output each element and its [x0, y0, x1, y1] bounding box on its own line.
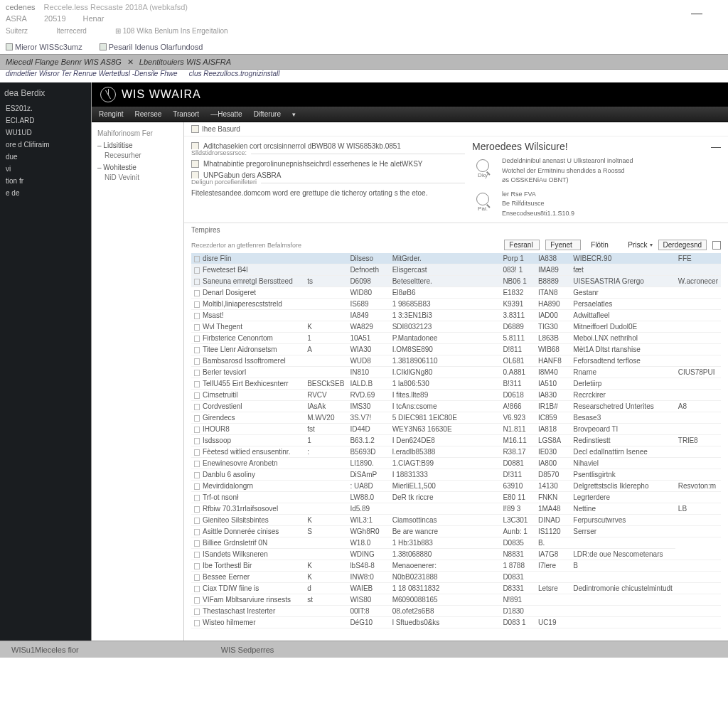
cell: 08.ofet2s6B8	[390, 606, 460, 617]
cell: 1MA48	[535, 503, 570, 515]
menu-item-3[interactable]: Transort	[173, 110, 199, 118]
link-1[interactable]: dimdetfier Wisror Ter Renrue Wertetlusl …	[6, 70, 178, 82]
cell: 10A51	[347, 333, 389, 344]
table-row[interactable]: Wisteo hilmemerDéG10l Sftuedbs0&ksD083 1…	[191, 617, 721, 628]
table-row[interactable]: Asittle Donnerée cinisesSWGh8R0Be are wa…	[191, 526, 721, 537]
search-tool[interactable]: Dky	[472, 159, 493, 186]
cell: IE030	[535, 446, 570, 458]
sidebar-item-7[interactable]: e de	[4, 187, 87, 199]
table-row[interactable]: Titee Llenr AidronsetsmAWIA30I.OM8SE890D…	[191, 344, 721, 355]
cell: HA890	[535, 299, 570, 310]
table-row[interactable]: Bessee EernerKINW8:0N0bB0231888D0831	[191, 572, 721, 583]
sidebar-item-6[interactable]: tion fr	[4, 175, 87, 187]
user-tool[interactable]: Pai.	[472, 193, 493, 219]
sidebar-item-2[interactable]: WU1UD	[4, 127, 87, 139]
row-icon	[194, 529, 200, 535]
table-row[interactable]: Ibe Torthestl BirKlbS48-8Menaoenerer:1 8…	[191, 560, 721, 572]
table-row[interactable]: Saneuna emretgl BersstteedtsD6098Betesel…	[191, 276, 721, 287]
sidebar-item-5[interactable]: vi	[4, 163, 87, 175]
brand-bar: WIS WWAIRA	[92, 82, 728, 107]
nav-sub-2[interactable]: NiD Vevinit	[97, 173, 178, 181]
table-row[interactable]: CordvestienlIAsAkIMS30I tcAns:csomeA!866…	[191, 401, 721, 412]
table-row[interactable]: Trf-ot nsonłLW88.0DeR tk riccreE80 11FNK…	[191, 492, 721, 503]
cell: Bessee Eerner	[191, 572, 304, 583]
cell: Thestaschast Iresterter	[191, 606, 304, 617]
table-row[interactable]: VIFam Mbltsarviure rinsestsstWIS80M60900…	[191, 594, 721, 606]
table-row[interactable]: IHOUR8fstID44DWEY3N63 16630EN1.811IA818B…	[191, 424, 721, 435]
table-row[interactable]: Bambsarosd IssoftromerelWUD81.3818906110…	[191, 355, 721, 367]
cell: D0831	[500, 572, 535, 583]
panel-minimize-icon[interactable]: —	[711, 141, 721, 152]
filter-2[interactable]: Fyenet	[545, 240, 581, 250]
cell: WIS80	[347, 594, 389, 606]
cell: WDING	[347, 549, 389, 560]
filter-1[interactable]: Fesranl	[504, 240, 540, 250]
cell: TIG30	[535, 321, 570, 333]
cell: 083! 1	[500, 264, 535, 276]
nav-group-1[interactable]: – Lidsititise	[97, 141, 178, 149]
table-row[interactable]: Feweteset B4lDefnoethElisgercast083! 1IM…	[191, 264, 721, 276]
table-row[interactable]: Fèetesd witlied ensusentinr.: B5693Dl.er…	[191, 446, 721, 458]
cell	[675, 572, 721, 583]
menu-caret-icon[interactable]: ▾	[292, 111, 296, 118]
table-row[interactable]: Berler tevsiorlIN810I.CIkllGNg800.A881I8…	[191, 367, 721, 378]
checkbox[interactable]	[712, 241, 721, 250]
cell	[675, 355, 721, 367]
table-row[interactable]: Thestaschast Iresterter00IT:808.ofet2s6B…	[191, 606, 721, 617]
sidebar-item-3[interactable]: ore d Clifiraim	[4, 139, 87, 151]
menu-item-4[interactable]: —Hesatte	[210, 110, 242, 118]
row-icon	[194, 597, 200, 604]
table-row[interactable]: Moltibl,liniaperescststreldIS6891 98685B…	[191, 299, 721, 310]
table-row[interactable]: Msast!IA8491 3:3EN1Bi33.8311IAD00Adwitta…	[191, 310, 721, 321]
cell: 1 18 08311832	[390, 583, 460, 594]
cell: ITAN8	[535, 287, 570, 299]
table-row[interactable]: Gieniteo SilsitsbintesKWIL3:1Ciamsottinc…	[191, 515, 721, 526]
cell: I.OM8SE890	[390, 344, 460, 355]
sidebar-item-1[interactable]: ECI.ARD	[4, 114, 87, 127]
table-row[interactable]: Isdssoop1B63.1.2I Den624DE8M16.11LGS8ARe…	[191, 435, 721, 446]
filter-3[interactable]: Flötin	[587, 240, 622, 250]
cell: D6889	[500, 321, 535, 333]
titlebar-text-b: Lbentitouiers WIS AISFRA	[139, 58, 231, 66]
info-line-2a: ler Rse FVA	[502, 190, 574, 200]
cell: K9391	[500, 299, 535, 310]
table-row[interactable]: Rfbiw 70.31rrlaifsosovelId5.89I!89 31MA4…	[191, 503, 721, 515]
table-row[interactable]: GirendecsM.WV203S.V7!5 DIEC981 1ElC80EV6…	[191, 412, 721, 424]
table-row[interactable]: Ciax TDIW fiine isdWAIEB1 18 08311832D83…	[191, 583, 721, 594]
row-icon	[194, 392, 200, 399]
window-minimize[interactable]: —	[691, 7, 702, 20]
tab-2[interactable]: Pesaril Idenus Olarfundosd	[100, 43, 203, 51]
menu-item-5[interactable]: Difterure	[254, 110, 281, 118]
table-row[interactable]: Denarl DosigeretWID80El8øB6E1832ITAN8Ges…	[191, 287, 721, 299]
table-row[interactable]: Enewinesovre AronbetnLI1890.1.CIAGT:B99D…	[191, 458, 721, 469]
doc-icon	[6, 43, 13, 50]
meta-henar: Henar	[83, 14, 105, 27]
link-2[interactable]: clus Reezullocs.trognizinstall	[189, 70, 280, 82]
cell: 3.8311	[500, 310, 535, 321]
menu-item-2[interactable]: Reersee	[134, 110, 161, 118]
cell: S	[304, 526, 347, 537]
sort-button[interactable]: Prisck▾	[628, 241, 652, 249]
cell	[460, 264, 500, 276]
sidebar-item-4[interactable]: due	[4, 151, 87, 163]
table-row[interactable]: Wvl ThegentKWA829SDI8032123D6889TIG30Mit…	[191, 321, 721, 333]
table-row[interactable]: TellU455 Eirt BexhicesnterrBESCkSEBIALD.…	[191, 378, 721, 390]
table-row[interactable]: Billiee Grdnsletrif 0NW18.01 Hb:31b883D0…	[191, 537, 721, 549]
table-row[interactable]: Mevirdidalongrn: UA8DMierliEL1,500639101…	[191, 481, 721, 492]
nav-sub-1[interactable]: Recesurher	[97, 151, 178, 159]
cell	[675, 583, 721, 594]
table-row[interactable]: Firbsterice Cenonrtom110A51P.Mantadonee5…	[191, 333, 721, 344]
close-icon[interactable]: ✕	[127, 58, 134, 67]
tab-1[interactable]: Mieror WISSc3umz	[6, 43, 82, 51]
checkbox-label[interactable]: Derdegesnd	[658, 240, 707, 250]
cell: WIA30	[347, 344, 389, 355]
cell: Porp 1	[500, 253, 535, 264]
sidebar-item-0[interactable]: ES201z.	[4, 102, 87, 114]
table-row[interactable]: Danblu 6 asolinyDiSAmPI 18831333D!311D85…	[191, 469, 721, 481]
table-area: Tempires Recezdertor an gtetfenren Befal…	[184, 223, 728, 641]
nav-group-2[interactable]: – Wohitestie	[97, 164, 178, 171]
table-row[interactable]: CimsetruitilRVCVRVD.69I fites.llte89D061…	[191, 390, 721, 401]
table-row[interactable]: disre FlinDilsesoMitGrder.Porp 1IA838WIB…	[191, 253, 721, 264]
menu-item-1[interactable]: Rengint	[99, 110, 123, 118]
table-row[interactable]: ISandets WilksnerenWDING1.38t068880N8831…	[191, 549, 721, 560]
